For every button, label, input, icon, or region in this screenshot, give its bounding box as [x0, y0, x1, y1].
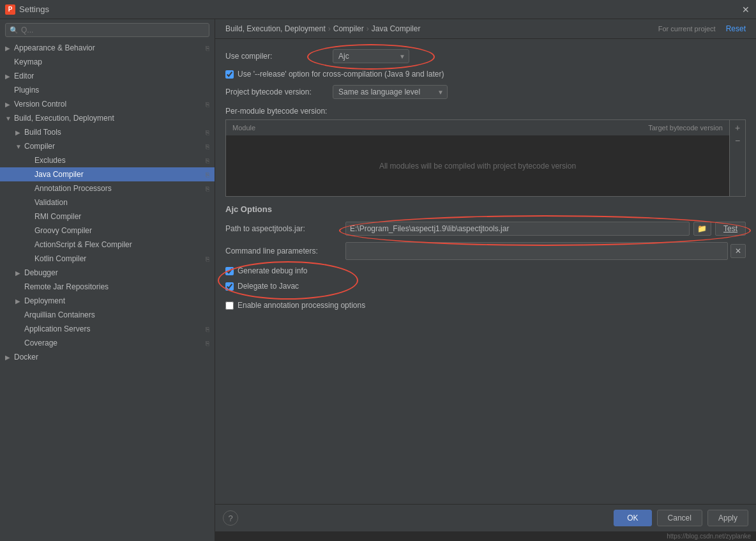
sidebar-item-label-coverage: Coverage	[24, 339, 57, 347]
module-table-wrapper: Module Target bytecode version All modul…	[225, 119, 746, 197]
sidebar-item-actionscript[interactable]: ActionScript & Flex Compiler	[0, 238, 215, 252]
search-input[interactable]	[21, 26, 205, 34]
per-module-label: Per-module bytecode version:	[225, 107, 746, 116]
test-button[interactable]: Test	[715, 222, 746, 236]
sidebar-item-remote-jar[interactable]: Remote Jar Repositories	[0, 280, 215, 294]
bottom-bar: ? OK Cancel Apply	[215, 504, 756, 531]
breadcrumb-part-1: Build, Execution, Deployment	[225, 24, 326, 33]
bytecode-row: Project bytecode version: Same as langua…	[225, 85, 746, 99]
apply-button[interactable]: Apply	[707, 510, 748, 526]
copy-icon-appservers: ⎘	[206, 326, 209, 333]
ajc-options-title: Ajc Options	[225, 204, 746, 214]
ok-button[interactable]: OK	[614, 510, 651, 526]
expand-arrow-compiler: ▼	[15, 143, 23, 150]
close-button[interactable]: ✕	[741, 4, 751, 15]
sidebar-item-java-compiler[interactable]: Java Compiler ⎘	[0, 167, 215, 181]
compiler-row: Use compiler: Ajc Javac Eclipse ▼	[225, 49, 746, 63]
enable-annotation-checkbox[interactable]	[225, 301, 234, 310]
bottom-bar-buttons: OK Cancel Apply	[614, 510, 748, 526]
sidebar-item-label-remote: Remote Jar Repositories	[24, 282, 109, 291]
bytecode-select[interactable]: Same as language level	[333, 85, 448, 99]
sidebar-item-compiler[interactable]: ▼ Compiler ⎘	[0, 139, 215, 153]
sidebar-item-editor[interactable]: ▶ Editor	[0, 69, 215, 83]
search-box[interactable]: 🔍	[5, 23, 209, 37]
compiler-select[interactable]: Ajc Javac Eclipse	[333, 49, 409, 63]
sidebar-item-deployment[interactable]: ▶ Deployment	[0, 294, 215, 308]
help-button[interactable]: ?	[223, 510, 238, 526]
release-option-row: Use '--release' option for cross-compila…	[225, 70, 746, 79]
sidebar-item-groovy[interactable]: Groovy Compiler	[0, 224, 215, 238]
path-input[interactable]	[345, 222, 690, 236]
sidebar-item-keymap[interactable]: Keymap	[0, 55, 215, 69]
path-input-container: 📁 Test	[345, 222, 746, 236]
expand-arrow-vc: ▶	[5, 101, 13, 108]
sidebar-item-annotation[interactable]: Annotation Processors ⎘	[0, 181, 215, 195]
sidebar-item-kotlin[interactable]: Kotlin Compiler ⎘	[0, 252, 215, 266]
generate-debug-checkbox[interactable]	[225, 267, 234, 275]
enable-annotation-label: Enable annotation processing options	[238, 301, 365, 310]
sidebar-item-label-docker: Docker	[14, 353, 38, 362]
cmd-clear-button[interactable]: ✕	[730, 244, 746, 258]
expand-arrow-debugger: ▶	[15, 270, 23, 277]
settings-panel: Use compiler: Ajc Javac Eclipse ▼ Use '-…	[215, 39, 756, 504]
sidebar-item-label-deployment: Deployment	[24, 296, 65, 305]
cancel-button[interactable]: Cancel	[657, 510, 702, 526]
browse-button[interactable]: 📁	[693, 222, 711, 236]
sidebar-item-build-tools[interactable]: ▶ Build Tools ⎘	[0, 125, 215, 139]
sidebar-item-label-arquillian: Arquillian Containers	[24, 310, 95, 319]
reset-button[interactable]: Reset	[726, 24, 746, 33]
sidebar-item-label-actionscript: ActionScript & Flex Compiler	[34, 240, 132, 249]
release-option-checkbox[interactable]	[225, 70, 234, 79]
table-add-button[interactable]: +	[731, 121, 744, 134]
copy-icon-compiler: ⎘	[206, 143, 209, 150]
breadcrumb-sep-2: ›	[367, 24, 369, 33]
for-current-project: For current project	[658, 25, 716, 33]
sidebar-item-build-exec-deploy[interactable]: ▼ Build, Execution, Deployment	[0, 111, 215, 125]
copy-icon-coverage: ⎘	[206, 340, 209, 347]
bytecode-select-container: Same as language level ▼	[333, 85, 448, 99]
app-icon: P	[5, 4, 15, 15]
sidebar-item-appearance[interactable]: ▶ Appearance & Behavior ⎘	[0, 41, 215, 55]
cmd-row: Command line parameters: ✕	[225, 242, 746, 260]
target-col-header: Target bytecode version	[372, 120, 729, 136]
url-bar: https://blog.csdn.net/zyplanke	[215, 531, 756, 541]
sidebar-item-coverage[interactable]: Coverage ⎘	[0, 336, 215, 350]
sidebar-item-label-groovy: Groovy Compiler	[34, 226, 92, 235]
delegate-javac-label: Delegate to Javac	[238, 282, 299, 291]
title-bar-controls: ✕	[741, 4, 751, 15]
window-title: Settings	[19, 4, 49, 14]
sidebar-item-label-compiler: Compiler	[24, 142, 55, 151]
sidebar-item-label-vc: Version Control	[14, 100, 66, 109]
sidebar-item-label-validation: Validation	[34, 198, 68, 207]
sidebar-item-label-build: Build, Execution, Deployment	[14, 114, 114, 123]
cmd-input[interactable]	[345, 242, 728, 260]
sidebar-item-arquillian[interactable]: Arquillian Containers	[0, 308, 215, 322]
sidebar-item-label-editor: Editor	[14, 72, 34, 80]
module-col-header: Module	[226, 120, 372, 136]
copy-icon-build-tools: ⎘	[206, 129, 209, 136]
cmd-input-container: ✕	[345, 242, 746, 260]
title-bar-left: P Settings	[5, 4, 49, 15]
sidebar-item-validation[interactable]: Validation	[0, 195, 215, 210]
module-table: Module Target bytecode version All modul…	[226, 120, 729, 196]
sidebar-tree: ▶ Appearance & Behavior ⎘ Keymap ▶ Edito…	[0, 41, 215, 541]
sidebar-item-label-excludes: Excludes	[34, 156, 66, 165]
search-icon: 🔍	[10, 26, 19, 34]
empty-table-text: All modules will be compiled with projec…	[226, 136, 729, 197]
expand-arrow-deployment: ▶	[15, 298, 23, 305]
sidebar-item-app-servers[interactable]: Application Servers ⎘	[0, 322, 215, 336]
table-remove-button[interactable]: −	[731, 134, 744, 147]
sidebar-item-docker[interactable]: ▶ Docker	[0, 350, 215, 364]
sidebar-item-label-java: Java Compiler	[34, 170, 84, 179]
expand-arrow-appearance: ▶	[5, 45, 13, 52]
sidebar-item-label-appservers: Application Servers	[24, 324, 90, 333]
breadcrumb-part-3: Java Compiler	[372, 24, 421, 33]
sidebar-item-plugins[interactable]: Plugins	[0, 83, 215, 97]
delegate-javac-checkbox[interactable]	[225, 282, 234, 291]
sidebar-item-rmi[interactable]: RMI Compiler	[0, 210, 215, 224]
generate-debug-row: Generate debug info	[225, 266, 307, 275]
sidebar-item-excludes[interactable]: Excludes ⎘	[0, 153, 215, 167]
sidebar-item-version-control[interactable]: ▶ Version Control ⎘	[0, 97, 215, 111]
sidebar-item-debugger[interactable]: ▶ Debugger	[0, 266, 215, 280]
enable-annotation-row: Enable annotation processing options	[225, 301, 746, 310]
